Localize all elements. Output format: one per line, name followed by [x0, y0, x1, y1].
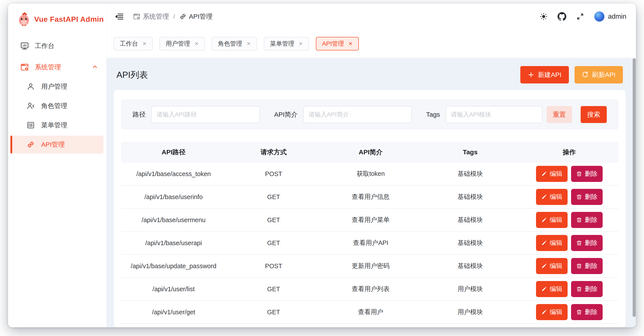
reset-button[interactable]: 重置: [547, 106, 572, 123]
api-tags: 基础模块: [420, 169, 520, 178]
api-brief: 查看用户API: [321, 239, 420, 247]
table-row: /api/v1/base/usermenu GET 查看用户菜单 基础模块 编辑…: [121, 209, 618, 232]
api-brief: 查看用户列表: [321, 285, 420, 293]
pencil-icon: [541, 171, 547, 177]
sidebar: Vue FastAPI Admin 工作台: [8, 3, 107, 327]
page-title: API列表: [116, 69, 148, 81]
brief-filter-label: API简介: [274, 110, 298, 119]
theme-toggle-sun-icon[interactable]: [540, 12, 548, 20]
api-method: POST: [226, 263, 321, 270]
edit-button[interactable]: 编辑: [536, 281, 568, 297]
edit-button[interactable]: 编辑: [536, 189, 568, 205]
api-tags: 用户模块: [420, 285, 520, 293]
api-method: GET: [226, 286, 321, 293]
tabbar: 工作台 ✕ 用户管理 ✕ 角色管理 ✕ 菜单管理 ✕ API管理 ✕: [107, 29, 636, 58]
sidebar-item-label: 角色管理: [41, 102, 67, 110]
close-icon[interactable]: ✕: [142, 41, 146, 46]
fullscreen-icon[interactable]: [576, 12, 584, 20]
edit-button[interactable]: 编辑: [536, 304, 568, 320]
api-method: GET: [226, 216, 321, 224]
filter-bar: 路径 API简介 Tags 重置 搜索: [121, 100, 618, 130]
pencil-icon: [541, 217, 547, 223]
sidebar-item-workbench[interactable]: 工作台: [10, 37, 104, 55]
close-icon[interactable]: ✕: [348, 41, 352, 46]
col-header-brief: API简介: [321, 148, 420, 157]
close-icon[interactable]: ✕: [194, 41, 198, 46]
delete-button[interactable]: 删除: [571, 281, 603, 297]
vertical-scrollbar[interactable]: [633, 58, 636, 317]
api-table: API路径 请求方式 API简介 Tags 操作 /api/v1/base/ac…: [121, 142, 618, 324]
brief-filter-input[interactable]: [303, 106, 412, 123]
pencil-icon: [541, 286, 547, 292]
user-icon: [27, 83, 34, 90]
api-brief: 查看用户菜单: [321, 216, 420, 224]
breadcrumb-api[interactable]: API管理: [180, 12, 212, 21]
pencil-icon: [541, 194, 547, 200]
sidebar-item-menus[interactable]: 菜单管理: [10, 116, 104, 134]
api-tags: 用户模块: [420, 308, 520, 317]
close-icon[interactable]: ✕: [299, 41, 303, 46]
edit-button[interactable]: 编辑: [536, 258, 568, 274]
tags-filter-input[interactable]: [446, 106, 542, 123]
tags-filter-label: Tags: [426, 111, 440, 118]
api-path: /api/v1/base/usermenu: [121, 216, 226, 224]
api-brief: 查看用户信息: [321, 192, 420, 201]
system-window-gear-icon: [133, 13, 140, 20]
tab-roles[interactable]: 角色管理 ✕: [212, 37, 257, 50]
edit-button[interactable]: 编辑: [536, 212, 568, 228]
trash-icon: [576, 240, 582, 246]
tab-workbench[interactable]: 工作台 ✕: [114, 37, 152, 50]
new-api-button[interactable]: 新建API: [520, 66, 569, 83]
col-header-method: 请求方式: [226, 148, 321, 157]
delete-button[interactable]: 删除: [571, 166, 603, 182]
edit-button[interactable]: 编辑: [536, 166, 568, 182]
tab-menus[interactable]: 菜单管理 ✕: [264, 37, 309, 50]
edit-button[interactable]: 编辑: [536, 235, 568, 251]
api-method: GET: [226, 239, 321, 247]
delete-button[interactable]: 删除: [571, 189, 603, 205]
path-filter-input[interactable]: [151, 106, 260, 123]
user-menu[interactable]: admin: [594, 11, 626, 22]
api-path: /api/v1/base/userapi: [121, 239, 226, 247]
tab-users[interactable]: 用户管理 ✕: [160, 37, 205, 50]
api-tags: 基础模块: [420, 216, 520, 224]
sidebar-item-label: API管理: [41, 140, 65, 149]
search-button[interactable]: 搜索: [581, 106, 607, 123]
sidebar-collapse-icon[interactable]: [116, 12, 124, 21]
plus-icon: [528, 71, 534, 78]
sidebar-item-label: 用户管理: [41, 82, 67, 91]
api-method: POST: [226, 170, 321, 177]
sidebar-item-users[interactable]: 用户管理: [10, 78, 104, 95]
close-icon[interactable]: ✕: [247, 41, 251, 46]
api-brief: 查看用户: [321, 308, 420, 317]
delete-button[interactable]: 删除: [571, 212, 603, 228]
api-path: /api/v1/user/list: [121, 286, 226, 293]
delete-button[interactable]: 删除: [571, 235, 603, 251]
github-icon[interactable]: [558, 12, 566, 21]
table-row: /api/v1/base/userinfo GET 查看用户信息 基础模块 编辑…: [121, 186, 618, 209]
sidebar-item-system[interactable]: 系统管理: [10, 58, 104, 76]
app-logo[interactable]: Vue FastAPI Admin: [8, 12, 106, 26]
breadcrumb: 系统管理 /: [133, 12, 212, 21]
table-header: API路径 请求方式 API简介 Tags 操作: [121, 142, 618, 163]
pencil-icon: [541, 240, 547, 246]
tab-label: 工作台: [120, 39, 138, 48]
main-content: API列表 新建API: [107, 58, 636, 327]
chevron-up-icon[interactable]: [91, 63, 100, 71]
refresh-api-button[interactable]: 刷新API: [574, 66, 623, 83]
table-row: /api/v1/base/userapi GET 查看用户API 基础模块 编辑…: [121, 232, 618, 255]
topbar: 系统管理 /: [107, 3, 636, 29]
api-path: /api/v1/base/userinfo: [121, 193, 226, 201]
delete-button[interactable]: 删除: [571, 258, 603, 274]
delete-button[interactable]: 删除: [571, 304, 603, 320]
api-path: /api/v1/base/update_password: [121, 263, 226, 270]
sidebar-menu: 工作台 系统管理: [8, 37, 106, 154]
breadcrumb-system[interactable]: 系统管理: [133, 12, 169, 21]
table-row: /api/v1/user/list GET 查看用户列表 用户模块 编辑 删除: [121, 278, 618, 301]
sidebar-item-apis[interactable]: API管理: [10, 136, 104, 154]
sidebar-item-roles[interactable]: 角色管理: [10, 97, 104, 115]
trash-icon: [576, 171, 582, 177]
trash-icon: [576, 217, 582, 223]
tab-apis[interactable]: API管理 ✕: [316, 37, 358, 50]
sidebar-item-label: 系统管理: [35, 63, 61, 72]
